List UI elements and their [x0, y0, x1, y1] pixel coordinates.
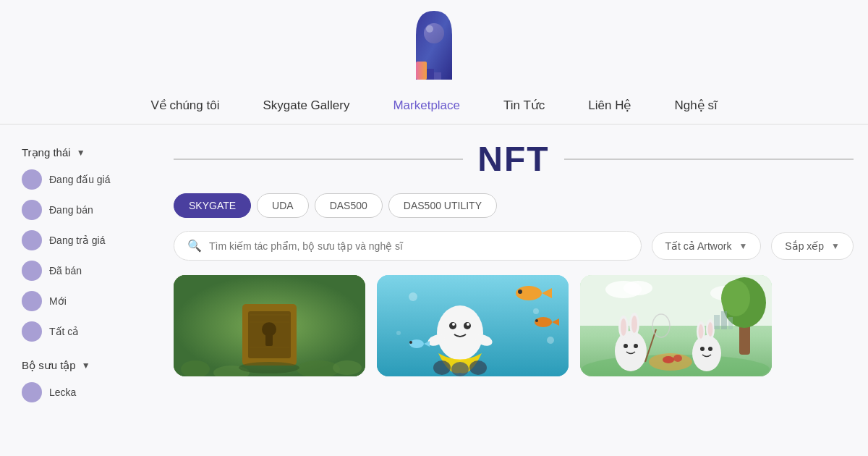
- cards-row: [174, 275, 854, 376]
- svg-rect-14: [265, 333, 273, 346]
- search-icon: 🔍: [187, 239, 202, 253]
- filter-item-new[interactable]: Mới: [22, 291, 137, 311]
- filter-label-lecka: Lecka: [49, 387, 76, 398]
- svg-rect-66: [721, 311, 727, 329]
- filter-label-bidding: Đang trả giá: [49, 235, 105, 246]
- filter-label-new: Mới: [49, 295, 67, 307]
- nav-marketplace[interactable]: Marketplace: [393, 98, 460, 113]
- svg-point-10: [333, 360, 362, 375]
- filter-label-all: Tất cả: [49, 326, 79, 337]
- filter-dot-auction: [22, 169, 42, 190]
- svg-point-27: [535, 319, 538, 322]
- filter-dot-sold: [22, 261, 42, 281]
- svg-point-0: [424, 23, 444, 43]
- filter-dot-new: [22, 291, 42, 311]
- title-line-left: [174, 159, 463, 160]
- nav-about[interactable]: Về chúng tôi: [150, 98, 219, 113]
- nav-news[interactable]: Tin Tức: [503, 98, 545, 113]
- search-row: 🔍 Tất cả Artwork ▼ Sắp xếp ▼: [174, 231, 854, 261]
- collection-filter-label: Bộ sưu tập: [22, 359, 76, 372]
- svg-point-69: [663, 356, 674, 363]
- content-area: NFT SKYGATE UDA DAS500 DAS500 UTILITY 🔍 …: [159, 139, 868, 427]
- svg-rect-1: [416, 62, 427, 80]
- svg-point-39: [469, 360, 487, 375]
- svg-point-62: [708, 322, 713, 337]
- nav-artist[interactable]: Nghệ sĩ: [674, 98, 717, 113]
- svg-point-22: [396, 331, 401, 335]
- svg-rect-65: [714, 315, 720, 329]
- category-tabs: SKYGATE UDA DAS500 DAS500 UTILITY: [174, 193, 854, 218]
- sort-label: Sắp xếp: [785, 240, 824, 252]
- svg-point-35: [409, 339, 424, 348]
- status-filter-title[interactable]: Trạng thái ▼: [22, 146, 137, 159]
- collection-chevron-icon: ▼: [82, 360, 90, 371]
- filter-dot-lecka: [22, 382, 42, 402]
- nav-gallery[interactable]: Skygate Gallery: [263, 98, 349, 113]
- svg-point-37: [433, 360, 451, 375]
- filter-item-selling[interactable]: Đang bán: [22, 200, 137, 220]
- svg-rect-3: [434, 72, 441, 80]
- tab-das500-utility[interactable]: DAS500 UTILITY: [388, 193, 497, 218]
- filter-item-all[interactable]: Tất cả: [22, 321, 137, 342]
- svg-rect-2: [427, 69, 434, 80]
- card-1-image: [174, 275, 365, 376]
- artwork-filter-label: Tất cả Artwork: [665, 240, 732, 252]
- svg-point-53: [631, 316, 637, 333]
- collection-filter-title[interactable]: Bộ sưu tập ▼: [22, 359, 137, 372]
- filter-dot-selling: [22, 200, 42, 220]
- svg-point-18: [239, 362, 299, 373]
- logo[interactable]: [409, 7, 459, 80]
- card-2-image: [377, 275, 569, 376]
- svg-point-54: [624, 344, 628, 348]
- nft-card-3[interactable]: [580, 275, 772, 376]
- svg-point-47: [721, 280, 750, 316]
- artwork-filter-chevron-icon: ▼: [739, 241, 747, 251]
- svg-point-31: [452, 323, 455, 326]
- svg-point-20: [409, 292, 417, 301]
- tab-das500[interactable]: DAS500: [315, 193, 383, 218]
- svg-point-43: [624, 281, 652, 295]
- filter-dot-all: [22, 321, 42, 342]
- svg-point-32: [467, 323, 469, 326]
- filter-label-sold: Đã bán: [49, 265, 82, 276]
- sort-dropdown[interactable]: Sắp xếp ▼: [771, 232, 854, 260]
- sort-chevron-icon: ▼: [831, 241, 840, 251]
- status-filter-section: Trạng thái ▼ Đang đấu giá Đang bán Đang …: [22, 146, 137, 342]
- main-nav: Về chúng tôi Skygate Gallery Marketplace…: [150, 87, 717, 124]
- sidebar: Trạng thái ▼ Đang đấu giá Đang bán Đang …: [0, 139, 159, 427]
- collection-filter-section: Bộ sưu tập ▼ Lecka: [22, 359, 137, 402]
- nft-title: NFT: [477, 139, 549, 179]
- svg-point-26: [535, 317, 552, 327]
- tab-uda[interactable]: UDA: [257, 193, 309, 218]
- filter-item-bidding[interactable]: Đang trả giá: [22, 230, 137, 250]
- artwork-filter-dropdown[interactable]: Tất cả Artwork ▼: [652, 232, 762, 260]
- svg-point-64: [708, 347, 712, 351]
- filter-item-sold[interactable]: Đã bán: [22, 261, 137, 281]
- card-3-image: [580, 275, 772, 376]
- search-input[interactable]: [209, 240, 628, 252]
- svg-point-61: [699, 324, 704, 339]
- filter-dot-bidding: [22, 230, 42, 250]
- svg-point-36: [409, 341, 412, 344]
- svg-point-21: [533, 308, 539, 314]
- filter-item-lecka[interactable]: Lecka: [22, 382, 137, 402]
- svg-point-49: [615, 331, 647, 371]
- svg-point-58: [692, 335, 721, 371]
- nft-card-1[interactable]: [174, 275, 365, 376]
- svg-point-63: [700, 347, 705, 351]
- filter-item-auction[interactable]: Đang đấu giá: [22, 169, 137, 190]
- status-filter-label: Trạng thái: [22, 146, 71, 159]
- svg-point-28: [437, 305, 483, 360]
- title-line-right: [564, 159, 854, 160]
- nav-contact[interactable]: Liên Hệ: [588, 98, 631, 113]
- svg-point-38: [451, 362, 469, 376]
- nft-card-2[interactable]: [377, 275, 569, 376]
- svg-point-55: [634, 344, 638, 348]
- svg-point-52: [621, 318, 626, 336]
- nft-title-row: NFT: [174, 139, 854, 179]
- tab-skygate[interactable]: SKYGATE: [174, 193, 251, 218]
- svg-point-4: [426, 25, 433, 33]
- filter-label-selling: Đang bán: [49, 204, 93, 216]
- search-box[interactable]: 🔍: [174, 231, 642, 261]
- svg-point-25: [518, 290, 522, 294]
